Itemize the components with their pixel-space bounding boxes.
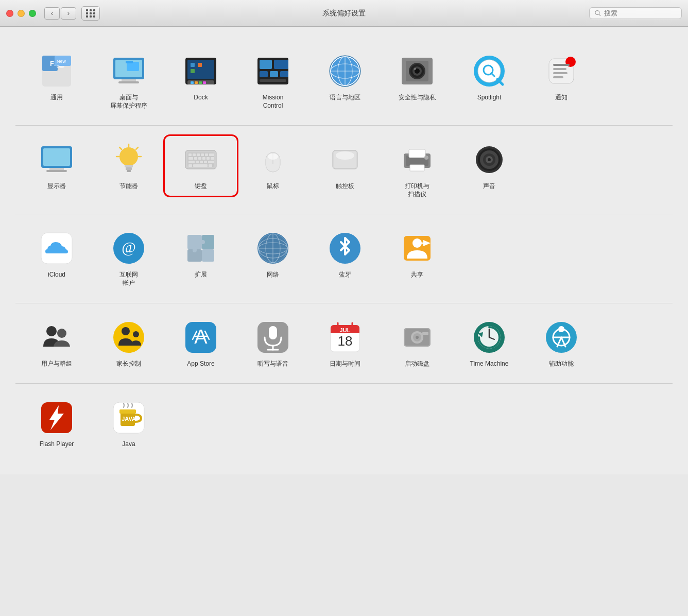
- svg-rect-11: [118, 81, 139, 83]
- general-label: 通用: [50, 94, 63, 102]
- svg-rect-85: [211, 157, 214, 160]
- dictation-item[interactable]: 听写与语音: [237, 314, 309, 373]
- users-item[interactable]: 用户与群组: [21, 314, 93, 373]
- sharing-icon: [399, 230, 436, 267]
- internet-icon: @: [110, 230, 147, 267]
- desktop-icon: [110, 53, 147, 90]
- timemachine-item[interactable]: Time Machine: [453, 314, 525, 373]
- display-label: 显示器: [47, 182, 66, 191]
- display-item[interactable]: 显示器: [21, 136, 93, 196]
- extensions-item[interactable]: 扩展: [165, 225, 237, 284]
- nav-buttons: ‹ ›: [44, 7, 76, 20]
- svg-text:New: New: [57, 59, 66, 64]
- close-button[interactable]: [6, 10, 13, 17]
- sharing-item[interactable]: 共享: [381, 225, 453, 284]
- svg-point-157: [416, 336, 419, 339]
- back-button[interactable]: ‹: [44, 7, 60, 20]
- spotlight-label: Spotlight: [477, 94, 502, 102]
- svg-rect-20: [203, 81, 206, 84]
- java-label: Java: [122, 440, 135, 449]
- minimize-button[interactable]: [18, 10, 25, 17]
- network-item[interactable]: 网络: [237, 225, 309, 284]
- startdisk-item[interactable]: 启动磁盘: [381, 314, 453, 373]
- svg-rect-28: [270, 71, 278, 77]
- accessibility-label: 辅助功能: [549, 360, 574, 368]
- forward-button[interactable]: ›: [61, 7, 76, 20]
- appstore-icon: A: [182, 319, 219, 356]
- parental-label: 家长控制: [116, 360, 141, 368]
- svg-rect-89: [204, 161, 207, 163]
- search-input[interactable]: [604, 9, 676, 17]
- svg-point-63: [119, 147, 138, 166]
- java-item[interactable]: JAVA Java: [93, 394, 165, 454]
- svg-rect-58: [553, 76, 563, 78]
- language-label: 语言与地区: [330, 94, 360, 102]
- svg-line-70: [119, 147, 122, 149]
- icloud-icon: [38, 230, 75, 267]
- appstore-item[interactable]: A App Store: [165, 314, 237, 373]
- svg-rect-117: [202, 249, 214, 262]
- search-bar[interactable]: [589, 7, 682, 19]
- energy-label: 节能器: [119, 182, 138, 191]
- svg-rect-75: [193, 153, 196, 156]
- dock-item[interactable]: Dock: [165, 47, 237, 107]
- svg-rect-174: [119, 409, 136, 414]
- sound-icon: [471, 141, 508, 178]
- svg-rect-17: [191, 81, 194, 84]
- section-hardware: 显示器: [15, 126, 673, 214]
- svg-text:JUL: JUL: [340, 327, 351, 333]
- svg-rect-74: [188, 153, 192, 156]
- mission-control-item[interactable]: MissionControl: [237, 47, 309, 115]
- section-personal: File New One 通用: [15, 37, 673, 126]
- hardware-grid: 显示器: [21, 136, 667, 203]
- svg-rect-27: [260, 71, 268, 77]
- search-icon: [595, 10, 601, 16]
- svg-rect-118: [199, 240, 205, 244]
- svg-text:One: One: [57, 64, 65, 69]
- desktop-item[interactable]: 桌面与屏幕保护程序: [93, 47, 165, 115]
- security-label: 安全性与隐私: [399, 94, 436, 102]
- svg-point-110: [488, 158, 491, 161]
- icloud-item[interactable]: iCloud: [21, 225, 93, 284]
- bluetooth-item[interactable]: 蓝牙: [309, 225, 381, 284]
- network-label: 网络: [267, 271, 279, 279]
- dock-label: Dock: [194, 94, 208, 102]
- general-icon: File New One: [38, 53, 75, 90]
- energy-item[interactable]: 节能器: [93, 136, 165, 196]
- svg-rect-158: [422, 332, 428, 335]
- notification-item[interactable]: 通知: [525, 47, 597, 107]
- internet-item[interactable]: @ 互联网帐户: [93, 225, 165, 292]
- parental-item[interactable]: 家长控制: [93, 314, 165, 373]
- security-item[interactable]: 安全性与隐私: [381, 47, 453, 107]
- trackpad-item[interactable]: 触控板: [309, 136, 381, 196]
- dock-icon: [182, 53, 219, 90]
- svg-rect-10: [122, 79, 136, 81]
- keyboard-item[interactable]: 键盘: [165, 136, 237, 196]
- mouse-item[interactable]: 鼠标: [237, 136, 309, 196]
- personal-grid: File New One 通用: [21, 47, 667, 115]
- printer-item[interactable]: 打印机与扫描仪: [381, 136, 453, 203]
- section-internet: iCloud @ 互联网帐户: [15, 214, 673, 303]
- sound-item[interactable]: 声音: [453, 136, 525, 196]
- datetime-item[interactable]: JUL 18 日期与时间: [309, 314, 381, 373]
- maximize-button[interactable]: [29, 10, 36, 17]
- flash-label: Flash Player: [40, 440, 74, 449]
- language-item[interactable]: 语言与地区: [309, 47, 381, 107]
- notification-label: 通知: [555, 94, 567, 102]
- printer-icon: [399, 141, 436, 178]
- grid-dots-icon: [86, 9, 96, 18]
- svg-rect-143: [269, 326, 277, 339]
- printer-label: 打印机与扫描仪: [405, 182, 429, 198]
- spotlight-item[interactable]: Spotlight: [453, 47, 525, 107]
- svg-rect-93: [209, 164, 212, 167]
- flash-item[interactable]: Flash Player: [21, 394, 93, 454]
- accessibility-item[interactable]: 辅助功能: [525, 314, 597, 373]
- sound-label: 声音: [483, 182, 495, 191]
- display-icon: [38, 141, 75, 178]
- svg-rect-25: [260, 60, 272, 69]
- svg-point-133: [57, 329, 66, 338]
- general-item[interactable]: File New One 通用: [21, 47, 93, 107]
- keyboard-label: 键盘: [195, 182, 207, 191]
- svg-rect-103: [410, 165, 424, 171]
- grid-view-button[interactable]: [81, 6, 100, 21]
